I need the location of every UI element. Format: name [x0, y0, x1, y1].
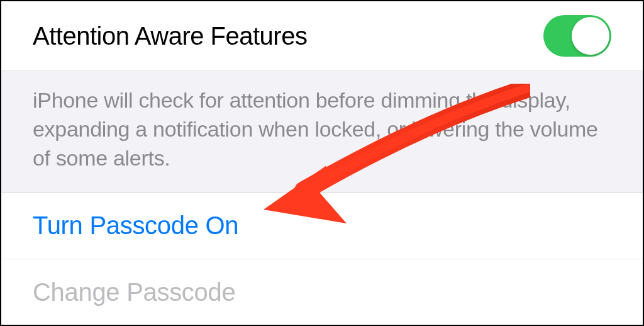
toggle-knob [572, 17, 609, 55]
attention-aware-label: Attention Aware Features [33, 22, 307, 50]
change-passcode-label: Change Passcode [33, 278, 235, 306]
change-passcode-row: Change Passcode [1, 259, 643, 325]
turn-passcode-on-row[interactable]: Turn Passcode On [1, 193, 643, 259]
attention-aware-description: iPhone will check for attention before d… [33, 86, 611, 173]
turn-passcode-on-label: Turn Passcode On [33, 211, 238, 239]
attention-aware-description-section: iPhone will check for attention before d… [1, 70, 643, 193]
attention-aware-toggle[interactable] [543, 15, 611, 57]
settings-panel: Attention Aware Features iPhone will che… [0, 0, 644, 326]
attention-aware-row[interactable]: Attention Aware Features [1, 1, 643, 70]
